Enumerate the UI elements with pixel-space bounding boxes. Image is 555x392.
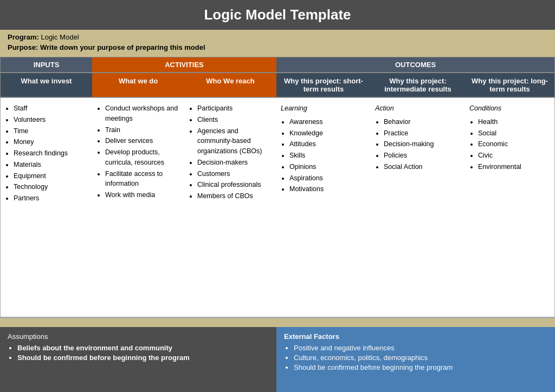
list-item: Social Action xyxy=(384,162,461,172)
long-term-list: Health Social Economic Civic Environment… xyxy=(469,117,550,172)
list-item: Agencies and community-based organizatio… xyxy=(197,126,272,156)
list-item: Deliver services xyxy=(105,136,180,146)
category-outcomes: OUTCOMES xyxy=(276,57,555,73)
list-item: Health xyxy=(478,117,550,127)
list-item: Volunteers xyxy=(14,115,88,125)
list-item: Work with media xyxy=(105,190,180,200)
list-item: Equipment xyxy=(14,171,88,181)
category-inputs: INPUTS xyxy=(0,57,92,73)
program-label: Program: xyxy=(8,33,39,41)
external-factors-title: External Factors xyxy=(284,332,547,341)
list-item: Conduct workshops and meetings xyxy=(105,103,180,124)
list-item: Positive and negative influences xyxy=(294,344,547,352)
list-item: Environmental xyxy=(478,162,550,172)
list-item: Clinical professionals xyxy=(197,180,272,190)
list-item: Participants xyxy=(197,103,272,114)
subheader-long-term: Why this project: long-term results xyxy=(465,73,555,97)
list-item: Time xyxy=(14,126,88,136)
list-item: Opinions xyxy=(289,162,366,172)
list-item: Behavior xyxy=(384,117,461,127)
list-item: Research findings xyxy=(14,148,88,159)
intermediate-list: Behavior Practice Decision-making Polici… xyxy=(375,117,461,172)
list-item: Develop products, curricula, resources xyxy=(105,147,180,168)
category-activities: ACTIVITIES xyxy=(92,57,276,73)
list-item: Should be confirmed before beginning the… xyxy=(294,363,547,371)
activities-cell: Conduct workshops and meetings Train Del… xyxy=(92,97,184,317)
external-factors-list: Positive and negative influences Culture… xyxy=(284,344,547,371)
list-item: Should be confirmed before beginning the… xyxy=(17,354,269,362)
subheader-short-term: Why this project: short-term results xyxy=(276,73,371,97)
list-item: Technology xyxy=(14,182,88,192)
list-item: Civic xyxy=(478,151,550,161)
list-item: Materials xyxy=(14,160,88,170)
list-item: Decision-makers xyxy=(197,158,272,168)
page: Logic Model Template Program: Logic Mode… xyxy=(0,0,555,392)
list-item: Customers xyxy=(197,169,272,179)
list-item: Beliefs about the environment and commun… xyxy=(17,344,269,352)
list-item: Awareness xyxy=(289,117,366,127)
inputs-list: Staff Volunteers Time Money Research fin… xyxy=(5,103,88,204)
intermediate-cell: Action Behavior Practice Decision-making… xyxy=(371,97,465,317)
short-term-label: Learning xyxy=(281,103,366,114)
list-item: Culture, economics, politics, demographi… xyxy=(294,354,547,362)
external-factors-panel: External Factors Positive and negative i… xyxy=(276,327,555,392)
activities-list: Conduct workshops and meetings Train Del… xyxy=(96,103,180,200)
long-term-cell: Conditions Health Social Economic Civic … xyxy=(465,97,555,317)
long-term-label: Conditions xyxy=(469,103,550,114)
list-item: Members of CBOs xyxy=(197,191,272,201)
list-item: Policies xyxy=(384,151,461,161)
list-item: Partners xyxy=(14,193,88,204)
short-term-list: Awareness Knowledge Attitudes Skills Opi… xyxy=(281,117,366,194)
purpose-value: Write down your purpose of preparing thi… xyxy=(40,43,205,51)
program-line: Program: Logic Model xyxy=(8,33,547,41)
intermediate-label: Action xyxy=(375,103,461,114)
content-row: Staff Volunteers Time Money Research fin… xyxy=(0,97,555,317)
list-item: Motivations xyxy=(289,184,366,194)
list-item: Practice xyxy=(384,128,461,139)
list-item: Clients xyxy=(197,115,272,125)
list-item: Economic xyxy=(478,139,550,149)
assumptions-panel: Assumptions Beliefs about the environmen… xyxy=(0,327,276,392)
who-we-reach-list: Participants Clients Agencies and commun… xyxy=(189,103,272,201)
meta-section: Program: Logic Model Purpose: Write down… xyxy=(0,30,555,57)
purpose-label: Purpose: xyxy=(8,43,38,51)
list-item: Social xyxy=(478,128,550,139)
list-item: Aspirations xyxy=(289,173,366,184)
subheader-who-we-reach: Who We reach xyxy=(184,73,276,97)
sub-header-row: What we invest What we do Who We reach W… xyxy=(0,73,555,97)
list-item: Staff xyxy=(14,103,88,114)
main-table: INPUTS ACTIVITIES OUTCOMES What we inves… xyxy=(0,57,555,317)
list-item: Decision-making xyxy=(384,139,461,149)
subheader-what-we-invest: What we invest xyxy=(0,73,92,97)
list-item: Money xyxy=(14,137,88,147)
who-we-reach-cell: Participants Clients Agencies and commun… xyxy=(184,97,276,317)
category-header-row: INPUTS ACTIVITIES OUTCOMES xyxy=(0,57,555,73)
list-item: Knowledge xyxy=(289,128,366,139)
assumptions-list: Beliefs about the environment and commun… xyxy=(8,344,269,362)
list-item: Attitudes xyxy=(289,139,366,149)
page-title: Logic Model Template xyxy=(0,0,555,30)
list-item: Train xyxy=(105,125,180,135)
inputs-cell: Staff Volunteers Time Money Research fin… xyxy=(0,97,92,317)
purpose-line: Purpose: Write down your purpose of prep… xyxy=(8,43,547,54)
subheader-what-we-do: What we do xyxy=(92,73,184,97)
bottom-section: Assumptions Beliefs about the environmen… xyxy=(0,327,555,392)
list-item: Skills xyxy=(289,151,366,161)
spacer xyxy=(0,317,555,327)
list-item: Facilitate access to information xyxy=(105,169,180,190)
short-term-cell: Learning Awareness Knowledge Attitudes S… xyxy=(276,97,371,317)
program-value: Logic Model xyxy=(41,33,79,41)
subheader-intermediate: Why this project: intermediate results xyxy=(371,73,465,97)
assumptions-title: Assumptions xyxy=(8,332,269,341)
